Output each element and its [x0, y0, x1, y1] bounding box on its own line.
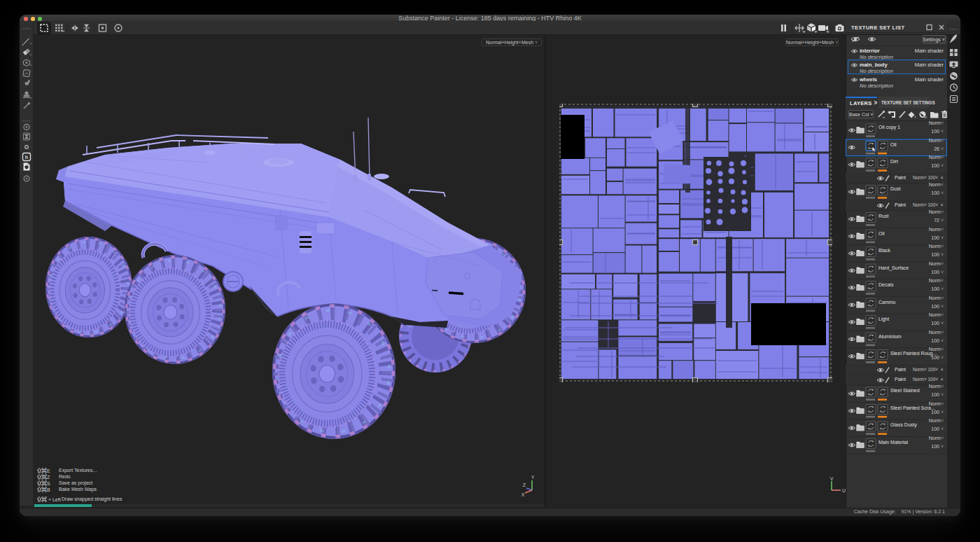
svg-text:X: X: [522, 492, 525, 497]
svg-text:V: V: [830, 476, 834, 481]
svg-text:Z: Z: [523, 482, 526, 487]
svg-text:Y: Y: [531, 475, 535, 480]
svg-text:h: h: [25, 155, 28, 160]
